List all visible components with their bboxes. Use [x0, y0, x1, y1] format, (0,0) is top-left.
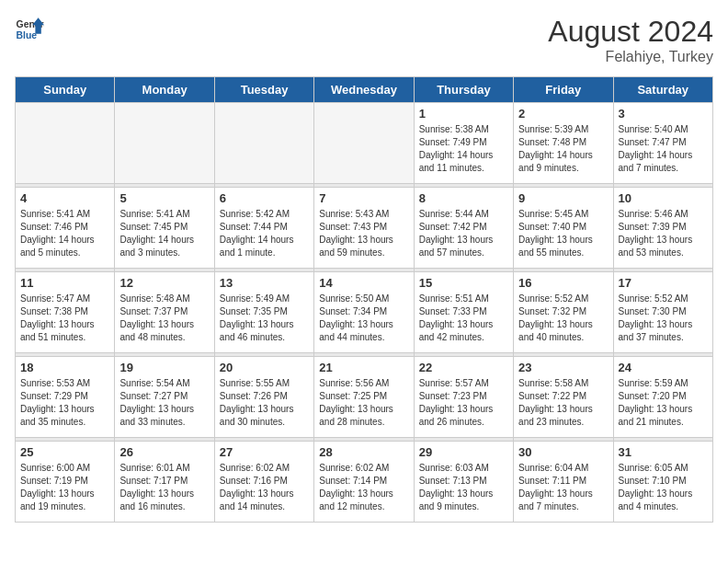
day-info: Sunrise: 5:57 AM Sunset: 7:23 PM Dayligh…	[419, 377, 508, 429]
day-number: 25	[20, 445, 109, 459]
day-info: Sunrise: 5:52 AM Sunset: 7:30 PM Dayligh…	[619, 293, 708, 344]
day-number: 24	[619, 361, 708, 374]
calendar-cell	[214, 103, 313, 184]
calendar-cell	[115, 103, 214, 184]
svg-text:Blue: Blue	[17, 30, 38, 40]
day-info: Sunrise: 6:00 AM Sunset: 7:19 PM Dayligh…	[20, 462, 109, 513]
calendar-body: 1Sunrise: 5:38 AM Sunset: 7:49 PM Daylig…	[16, 103, 713, 523]
day-number: 21	[319, 361, 408, 374]
calendar-cell: 31Sunrise: 6:05 AM Sunset: 7:10 PM Dayli…	[613, 442, 712, 523]
calendar-week-2: 4Sunrise: 5:41 AM Sunset: 7:46 PM Daylig…	[16, 188, 713, 269]
day-number: 28	[319, 445, 408, 459]
calendar-cell: 21Sunrise: 5:56 AM Sunset: 7:25 PM Dayli…	[314, 357, 414, 438]
weekday-header-friday: Friday	[514, 77, 613, 103]
day-number: 5	[119, 191, 209, 205]
day-info: Sunrise: 5:41 AM Sunset: 7:46 PM Dayligh…	[20, 208, 109, 259]
day-number: 26	[119, 445, 209, 459]
day-info: Sunrise: 5:54 AM Sunset: 7:27 PM Dayligh…	[119, 377, 209, 429]
calendar-header: SundayMondayTuesdayWednesdayThursdayFrid…	[16, 77, 713, 103]
day-info: Sunrise: 6:05 AM Sunset: 7:10 PM Dayligh…	[619, 462, 708, 513]
day-info: Sunrise: 5:41 AM Sunset: 7:45 PM Dayligh…	[119, 208, 209, 259]
day-info: Sunrise: 5:45 AM Sunset: 7:40 PM Dayligh…	[518, 208, 608, 259]
calendar-cell: 19Sunrise: 5:54 AM Sunset: 7:27 PM Dayli…	[115, 357, 214, 438]
calendar-cell: 25Sunrise: 6:00 AM Sunset: 7:19 PM Dayli…	[16, 442, 115, 523]
calendar-cell: 16Sunrise: 5:52 AM Sunset: 7:32 PM Dayli…	[514, 272, 613, 353]
calendar-cell: 20Sunrise: 5:55 AM Sunset: 7:26 PM Dayli…	[214, 357, 313, 438]
calendar-table: SundayMondayTuesdayWednesdayThursdayFrid…	[15, 76, 713, 523]
day-number: 17	[619, 276, 708, 290]
weekday-header-sunday: Sunday	[16, 77, 115, 103]
day-info: Sunrise: 5:42 AM Sunset: 7:44 PM Dayligh…	[220, 208, 309, 259]
calendar-cell: 3Sunrise: 5:40 AM Sunset: 7:47 PM Daylig…	[613, 103, 712, 184]
calendar-cell: 13Sunrise: 5:49 AM Sunset: 7:35 PM Dayli…	[214, 272, 313, 353]
title-block: August 2024 Felahiye, Turkey	[548, 15, 713, 65]
day-number: 12	[119, 276, 209, 290]
day-number: 13	[220, 276, 309, 290]
calendar-cell: 18Sunrise: 5:53 AM Sunset: 7:29 PM Dayli…	[16, 357, 115, 438]
day-info: Sunrise: 5:56 AM Sunset: 7:25 PM Dayligh…	[319, 377, 408, 429]
calendar-cell: 12Sunrise: 5:48 AM Sunset: 7:37 PM Dayli…	[115, 272, 214, 353]
weekday-header-row: SundayMondayTuesdayWednesdayThursdayFrid…	[16, 77, 713, 103]
day-number: 11	[20, 276, 109, 290]
day-info: Sunrise: 6:02 AM Sunset: 7:14 PM Dayligh…	[319, 462, 408, 513]
month-year: August 2024	[548, 15, 713, 49]
day-number: 10	[619, 191, 708, 205]
calendar-cell: 11Sunrise: 5:47 AM Sunset: 7:38 PM Dayli…	[16, 272, 115, 353]
calendar-week-4: 18Sunrise: 5:53 AM Sunset: 7:29 PM Dayli…	[16, 357, 713, 438]
day-info: Sunrise: 5:47 AM Sunset: 7:38 PM Dayligh…	[20, 293, 109, 344]
calendar-cell: 10Sunrise: 5:46 AM Sunset: 7:39 PM Dayli…	[613, 188, 712, 269]
day-number: 22	[419, 361, 508, 374]
calendar-cell: 22Sunrise: 5:57 AM Sunset: 7:23 PM Dayli…	[414, 357, 513, 438]
day-number: 6	[220, 191, 309, 205]
day-info: Sunrise: 5:43 AM Sunset: 7:43 PM Dayligh…	[319, 208, 408, 259]
day-info: Sunrise: 5:52 AM Sunset: 7:32 PM Dayligh…	[518, 293, 608, 344]
day-info: Sunrise: 5:44 AM Sunset: 7:42 PM Dayligh…	[419, 208, 508, 259]
weekday-header-tuesday: Tuesday	[214, 77, 313, 103]
day-number: 1	[419, 107, 508, 121]
day-number: 29	[419, 445, 508, 459]
day-number: 4	[20, 191, 109, 205]
calendar-cell: 26Sunrise: 6:01 AM Sunset: 7:17 PM Dayli…	[115, 442, 214, 523]
day-number: 30	[518, 445, 608, 459]
calendar-cell: 7Sunrise: 5:43 AM Sunset: 7:43 PM Daylig…	[314, 188, 414, 269]
day-number: 15	[419, 276, 508, 290]
calendar-cell: 2Sunrise: 5:39 AM Sunset: 7:48 PM Daylig…	[514, 103, 613, 184]
calendar-cell: 8Sunrise: 5:44 AM Sunset: 7:42 PM Daylig…	[414, 188, 513, 269]
day-info: Sunrise: 5:49 AM Sunset: 7:35 PM Dayligh…	[220, 293, 309, 344]
location: Felahiye, Turkey	[548, 49, 713, 65]
logo: General Blue	[15, 15, 44, 44]
calendar-cell: 4Sunrise: 5:41 AM Sunset: 7:46 PM Daylig…	[16, 188, 115, 269]
calendar-cell: 5Sunrise: 5:41 AM Sunset: 7:45 PM Daylig…	[115, 188, 214, 269]
day-info: Sunrise: 6:02 AM Sunset: 7:16 PM Dayligh…	[220, 462, 309, 513]
day-number: 16	[518, 276, 608, 290]
calendar-cell: 23Sunrise: 5:58 AM Sunset: 7:22 PM Dayli…	[514, 357, 613, 438]
day-info: Sunrise: 5:39 AM Sunset: 7:48 PM Dayligh…	[518, 123, 608, 175]
weekday-header-saturday: Saturday	[613, 77, 712, 103]
day-number: 18	[20, 361, 109, 374]
day-info: Sunrise: 6:04 AM Sunset: 7:11 PM Dayligh…	[518, 462, 608, 513]
day-number: 19	[119, 361, 209, 374]
day-number: 14	[319, 276, 408, 290]
day-number: 23	[518, 361, 608, 374]
day-info: Sunrise: 5:48 AM Sunset: 7:37 PM Dayligh…	[119, 293, 209, 344]
calendar-cell	[314, 103, 414, 184]
calendar-cell: 14Sunrise: 5:50 AM Sunset: 7:34 PM Dayli…	[314, 272, 414, 353]
calendar-cell	[16, 103, 115, 184]
day-info: Sunrise: 6:01 AM Sunset: 7:17 PM Dayligh…	[119, 462, 209, 513]
logo-icon: General Blue	[15, 15, 44, 44]
day-number: 8	[419, 191, 508, 205]
weekday-header-wednesday: Wednesday	[314, 77, 414, 103]
day-info: Sunrise: 5:46 AM Sunset: 7:39 PM Dayligh…	[619, 208, 708, 259]
day-info: Sunrise: 5:50 AM Sunset: 7:34 PM Dayligh…	[319, 293, 408, 344]
weekday-header-thursday: Thursday	[414, 77, 513, 103]
calendar-week-5: 25Sunrise: 6:00 AM Sunset: 7:19 PM Dayli…	[16, 442, 713, 523]
weekday-header-monday: Monday	[115, 77, 214, 103]
day-info: Sunrise: 5:59 AM Sunset: 7:20 PM Dayligh…	[619, 377, 708, 429]
day-info: Sunrise: 5:38 AM Sunset: 7:49 PM Dayligh…	[419, 123, 508, 175]
calendar-cell: 30Sunrise: 6:04 AM Sunset: 7:11 PM Dayli…	[514, 442, 613, 523]
calendar-cell: 17Sunrise: 5:52 AM Sunset: 7:30 PM Dayli…	[613, 272, 712, 353]
day-info: Sunrise: 5:58 AM Sunset: 7:22 PM Dayligh…	[518, 377, 608, 429]
day-number: 7	[319, 191, 408, 205]
day-number: 20	[220, 361, 309, 374]
day-number: 9	[518, 191, 608, 205]
